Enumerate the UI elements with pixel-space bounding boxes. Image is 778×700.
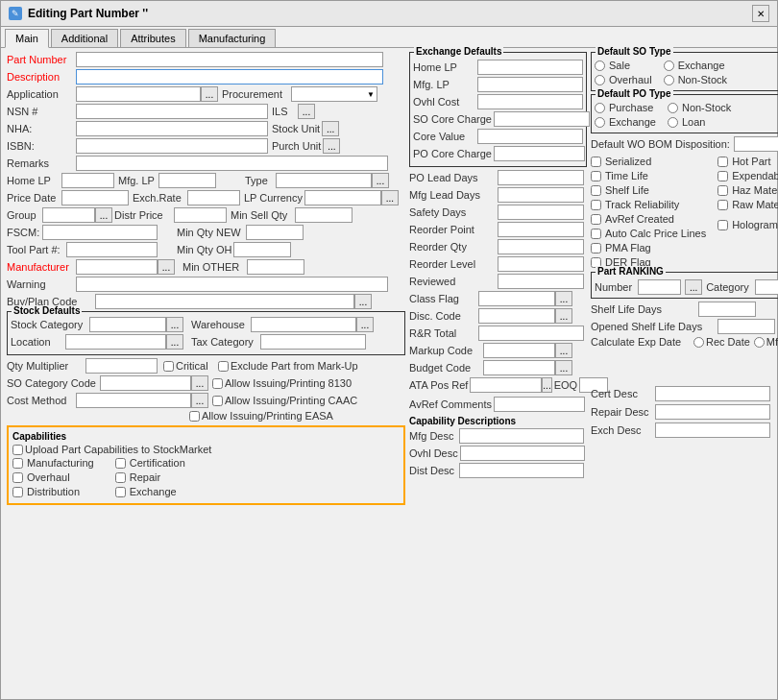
class-flag-btn[interactable]: ... — [555, 291, 572, 306]
so-exchange-radio[interactable] — [664, 60, 674, 71]
distribution-checkbox[interactable] — [12, 487, 23, 497]
warning-input[interactable] — [76, 277, 388, 292]
allow-8130-checkbox[interactable] — [212, 378, 223, 389]
exch-mfg-lp-input[interactable] — [477, 77, 583, 92]
repair-checkbox[interactable] — [115, 472, 126, 483]
po-exchange-radio[interactable] — [595, 117, 605, 128]
reorder-point-input[interactable] — [498, 222, 584, 237]
min-qty-new-input[interactable] — [246, 225, 304, 240]
tab-manufacturing[interactable]: Manufacturing — [188, 29, 277, 47]
price-date-input[interactable] — [61, 190, 129, 205]
buy-plan-btn[interactable]: ... — [354, 294, 372, 309]
stock-category-input[interactable] — [89, 317, 166, 332]
purch-unit-btn[interactable]: ... — [323, 138, 340, 154]
lp-currency-btn[interactable]: ... — [381, 190, 399, 205]
so-sale-radio[interactable] — [595, 60, 605, 71]
track-reliability-checkbox[interactable] — [591, 200, 601, 210]
procurement-select[interactable]: ▼ — [291, 86, 377, 102]
min-other-input[interactable] — [247, 259, 304, 275]
po-loan-radio[interactable] — [668, 117, 678, 128]
so-overhaul-radio[interactable] — [595, 75, 605, 85]
exclude-markup-checkbox[interactable] — [218, 361, 229, 372]
so-non-stock-radio[interactable] — [664, 75, 674, 85]
buy-plan-input[interactable] — [95, 294, 354, 309]
mfg-lead-days-input[interactable] — [498, 187, 584, 203]
type-input[interactable] — [276, 173, 372, 188]
warehouse-input[interactable] — [251, 317, 356, 332]
exch-po-core-input[interactable] — [494, 146, 585, 161]
fscm-input[interactable] — [42, 225, 158, 240]
exch-ovhl-cost-input[interactable] — [477, 94, 583, 109]
reorder-level-input[interactable] — [498, 256, 584, 272]
po-lead-days-input[interactable] — [498, 170, 584, 185]
exch-home-lp-input[interactable] — [477, 60, 583, 75]
pma-flag-checkbox[interactable] — [591, 243, 601, 253]
ils-btn[interactable]: ... — [298, 104, 315, 119]
expendable-checkbox[interactable] — [717, 171, 728, 181]
avref-created-checkbox[interactable] — [591, 214, 601, 225]
warehouse-btn[interactable]: ... — [356, 317, 374, 332]
manufacturing-checkbox[interactable] — [12, 458, 23, 469]
budget-code-btn[interactable]: ... — [555, 360, 572, 375]
mfg-lp-input[interactable] — [158, 173, 216, 188]
po-purchase-radio[interactable] — [595, 103, 605, 113]
time-life-checkbox[interactable] — [591, 171, 601, 181]
exch-so-core-input[interactable] — [494, 111, 590, 127]
serialized-checkbox[interactable] — [591, 157, 601, 167]
tab-additional[interactable]: Additional — [51, 29, 118, 47]
po-non-stock-radio[interactable] — [668, 103, 678, 113]
isbn-input[interactable] — [76, 138, 268, 154]
dist-desc-input[interactable] — [459, 463, 584, 478]
cert-desc-input[interactable] — [655, 386, 770, 401]
shelf-life-checkbox[interactable] — [591, 185, 601, 196]
home-lp-input[interactable] — [61, 173, 114, 188]
close-button[interactable]: ✕ — [752, 5, 769, 22]
exchange-checkbox[interactable] — [115, 487, 126, 497]
avref-comments-input[interactable] — [494, 397, 585, 412]
mfg-desc-input[interactable] — [459, 428, 584, 444]
nsn-input[interactable] — [76, 104, 268, 119]
disc-code-input[interactable] — [478, 308, 555, 324]
application-input[interactable] — [76, 86, 201, 102]
markup-code-input[interactable] — [483, 343, 555, 358]
description-input[interactable] — [76, 69, 383, 84]
location-btn[interactable]: ... — [166, 334, 183, 350]
default-wo-select[interactable]: ▼ — [734, 136, 778, 152]
rec-date-radio[interactable] — [693, 337, 704, 348]
allow-caac-checkbox[interactable] — [212, 396, 223, 406]
part-number-input[interactable] — [76, 52, 383, 67]
markup-code-btn[interactable]: ... — [555, 343, 572, 358]
tab-main[interactable]: Main — [5, 29, 49, 48]
ranking-category-input[interactable] — [755, 279, 778, 295]
exch-desc-input[interactable] — [655, 422, 770, 438]
mfg-date-radio[interactable] — [754, 337, 765, 348]
min-sell-qty-input[interactable] — [295, 207, 353, 223]
cost-method-input[interactable] — [76, 393, 191, 408]
application-btn[interactable]: ... — [201, 86, 218, 102]
so-category-btn[interactable]: ... — [191, 375, 208, 391]
ata-pos-ref-btn[interactable]: ... — [542, 377, 551, 393]
randr-total-input[interactable] — [478, 326, 584, 341]
auto-calc-checkbox[interactable] — [591, 229, 601, 239]
tab-attributes[interactable]: Attributes — [120, 29, 185, 47]
safety-days-input[interactable] — [498, 205, 584, 220]
disc-code-btn[interactable]: ... — [555, 308, 572, 324]
cost-method-btn[interactable]: ... — [191, 393, 208, 408]
ata-pos-ref-input[interactable] — [470, 377, 542, 393]
opened-shelf-days-input[interactable] — [717, 319, 775, 334]
budget-code-input[interactable] — [483, 360, 555, 375]
type-btn[interactable]: ... — [372, 173, 389, 188]
hot-part-checkbox[interactable] — [717, 157, 728, 167]
qty-multiplier-input[interactable] — [85, 358, 158, 374]
manufacturer-btn[interactable]: ... — [158, 259, 175, 275]
group-btn[interactable]: ... — [95, 207, 112, 223]
critical-checkbox[interactable] — [163, 361, 174, 372]
ranking-number-input[interactable] — [638, 279, 681, 295]
ovhl-desc-input[interactable] — [460, 446, 585, 461]
exch-rate-input[interactable] — [187, 190, 240, 205]
exch-core-value-input[interactable] — [477, 129, 583, 144]
group-input[interactable] — [42, 207, 95, 223]
certification-checkbox[interactable] — [115, 458, 126, 469]
tool-part-input[interactable] — [66, 242, 158, 257]
nha-input[interactable] — [76, 121, 268, 136]
